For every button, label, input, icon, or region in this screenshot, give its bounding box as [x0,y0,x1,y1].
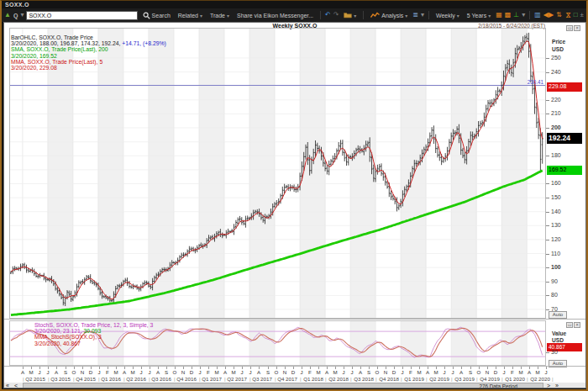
month-axis-label: D [391,369,397,375]
month-axis-label: M [129,369,136,375]
price-axis-tick-label: 90 [551,278,558,285]
chevron-down-icon: ▾ [405,13,407,18]
expand-horizontal-icon[interactable]: ◀▶ [543,11,554,19]
month-axis-label: N [382,369,389,375]
swap-vertical-icon[interactable]: ⇅ [556,11,562,19]
related-menu-label: Related [178,13,198,18]
close-icon[interactable]: ✕ [574,25,580,31]
scrollbar-thumb[interactable]: 276 Data Period [23,383,543,388]
price-axis-tick [546,198,549,198]
symbol-dropdown-caret-icon[interactable]: ▾ [20,11,24,19]
scroll-right-button[interactable]: > [547,383,550,388]
axis-icon[interactable]: ⊥ [513,11,519,19]
month-axis-label: J [138,369,144,375]
price-axis-tick [546,72,549,73]
month-axis-label: M [213,369,220,375]
layers-icon[interactable]: ≣ [412,11,418,19]
range-menu[interactable]: 5 Years▾ [465,12,493,19]
hourglass-icon[interactable]: ⋈ [564,12,572,18]
window-titlebar[interactable]: SOXX.O [2,1,586,8]
month-axis-label: J [441,369,448,375]
chart-style-icon[interactable]: ▦ [496,11,502,19]
sma-price-box: 169.52 [547,166,582,175]
price-axis-tick [546,309,549,310]
month-axis-label: M [534,369,541,375]
toolbar-separator [529,11,530,19]
scroll-far-right-button[interactable]: » [555,383,559,388]
chart-window: Weekly SOXX.O 2/18/2015 - 6/24/2020 (EST… [3,22,586,388]
month-axis-label: F [104,369,111,375]
layers-caret-icon[interactable]: ▾ [421,11,424,19]
search-button[interactable]: Search [140,11,173,20]
interval-menu[interactable]: Weekly▾ [433,12,462,19]
month-axis-label: A [19,369,26,375]
month-axis-label: J [449,369,456,375]
value-axis-tick [546,352,549,353]
quarter-axis-label: Q2 2020 [525,376,555,382]
price-axis-tick-label: 100 [551,264,561,271]
close-icon[interactable]: ✕ [574,322,580,328]
analysis-menu-label: Analysis [381,13,403,18]
month-axis-label: A [53,369,60,375]
month-axis-label: A [255,369,262,375]
price-plot-canvas[interactable] [9,28,546,319]
chart-overlay-icon[interactable]: ▩ [505,11,512,19]
price-axis-tick-label: 130 [551,222,561,229]
more-tools-icon[interactable]: ± [580,11,584,19]
restore-icon[interactable]: ▭ [566,322,573,328]
timeline-scrollbar[interactable]: « < 276 Data Period > » [4,383,586,388]
price-axis-tick-label: 140 [551,209,561,215]
price-panel-window-controls: ▭ ✕ [566,25,580,31]
candle-chart-icon[interactable]: ▥ [534,11,541,19]
price-axis-tick-label: 80 [551,292,558,299]
analysis-icon [370,12,380,18]
month-axis-label: S [265,369,271,375]
value-axis-unit: Value [552,330,566,337]
scroll-left-button[interactable]: < [14,383,18,388]
chevron-down-icon: ▾ [488,13,491,18]
price-axis-tick-label: 220 [551,97,561,103]
current-price-box: 192.24 [547,133,582,144]
month-axis-label: J [501,369,507,375]
price-axis-tick [546,267,549,268]
month-axis-label: M [416,369,423,375]
month-axis-label: A [424,369,431,375]
open-folder-menu[interactable]: ▾ [341,11,359,19]
month-axis-label: M [113,369,119,375]
symbol-search-input[interactable] [26,11,137,20]
month-axis-label: J [298,369,305,375]
hline-price-label[interactable]: 230.41 [475,79,543,85]
price-axis-unit: Price [552,39,565,45]
undo-icon[interactable]: ↶ [325,11,331,19]
month-axis-label: S [163,369,170,375]
month-axis-label: N [79,369,86,375]
trade-menu[interactable]: Trade▾ [207,12,232,19]
range-menu-label: 5 Years [467,13,486,18]
month-axis-label: M [28,369,34,375]
share-eikon-messenger-button-label: Share via Eikon Messenger... [237,13,313,18]
analysis-menu[interactable]: Analysis▾ [368,11,410,19]
mma-price-box: 229.08 [547,82,582,92]
auto-scale-button-price[interactable]: Auto [549,311,567,319]
stoch-plot-canvas[interactable] [9,320,546,366]
month-axis-label: D [87,369,94,375]
month-axis-label: F [407,369,414,375]
related-menu[interactable]: Related▾ [176,12,205,19]
share-eikon-messenger-button[interactable]: Share via Eikon Messenger... [234,12,316,19]
month-axis-label: A [155,369,161,375]
month-axis-label: O [374,369,381,375]
selection-box-icon[interactable]: □ [574,11,578,19]
price-axis-tick-label: 150 [551,194,561,201]
month-axis-label: J [543,369,549,375]
price-axis-tick-label: 120 [551,236,561,243]
restore-icon[interactable]: ▭ [566,25,573,31]
month-axis-label: A [357,369,364,375]
scroll-far-left-button[interactable]: « [6,383,9,388]
month-axis-label: J [146,369,153,375]
axis-caret-icon[interactable]: ▾ [522,11,525,19]
panel-divider[interactable] [4,319,586,320]
redo-icon[interactable]: ↷ [333,11,339,19]
price-axis-tick [546,240,549,240]
symbol-up-icon[interactable]: ▲ [4,11,11,19]
month-axis-label: S [467,369,474,375]
